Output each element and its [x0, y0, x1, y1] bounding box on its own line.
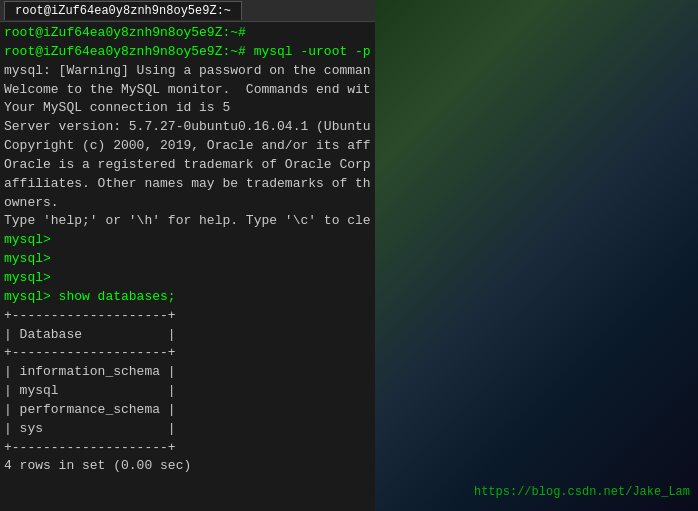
terminal-line: +--------------------+ — [4, 439, 371, 458]
terminal-line: Type 'help;' or '\h' for help. Type '\c'… — [4, 212, 371, 231]
watermark: https://blog.csdn.net/Jake_Lam — [474, 485, 690, 499]
terminal-line: mysql> — [4, 269, 371, 288]
terminal-line: | sys | — [4, 420, 371, 439]
terminal-line: Welcome to the MySQL monitor. Commands e… — [4, 81, 371, 100]
terminal-line: | mysql | — [4, 382, 371, 401]
terminal-line: 4 rows in set (0.00 sec) — [4, 457, 371, 476]
tab-bar: root@iZuf64ea0y8znh9n8oy5e9Z:~ — [0, 0, 375, 22]
terminal-line: mysql> — [4, 231, 371, 250]
terminal-line: | information_schema | — [4, 363, 371, 382]
terminal-tab[interactable]: root@iZuf64ea0y8znh9n8oy5e9Z:~ — [4, 1, 242, 20]
terminal-line: Server version: 5.7.27-0ubuntu0.16.04.1 … — [4, 118, 371, 137]
terminal-line: Copyright (c) 2000, 2019, Oracle and/or … — [4, 137, 371, 156]
terminal-content[interactable]: root@iZuf64ea0y8znh9n8oy5e9Z:~#root@iZuf… — [0, 22, 375, 478]
terminal-line: Your MySQL connection id is 5 — [4, 99, 371, 118]
terminal-line: mysql> show databases; — [4, 288, 371, 307]
terminal-line: mysql> — [4, 250, 371, 269]
terminal-line: owners. — [4, 194, 371, 213]
terminal-line: | Database | — [4, 326, 371, 345]
terminal-line: +--------------------+ — [4, 344, 371, 363]
right-panel: https://blog.csdn.net/Jake_Lam — [375, 0, 698, 511]
terminal-line: mysql: [Warning] Using a password on the… — [4, 62, 371, 81]
terminal-line: Oracle is a registered trademark of Orac… — [4, 156, 371, 175]
terminal-line: | performance_schema | — [4, 401, 371, 420]
terminal-line: root@iZuf64ea0y8znh9n8oy5e9Z:~# mysql -u… — [4, 43, 371, 62]
terminal-line: root@iZuf64ea0y8znh9n8oy5e9Z:~# — [4, 24, 371, 43]
terminal-line: +--------------------+ — [4, 307, 371, 326]
terminal-panel[interactable]: root@iZuf64ea0y8znh9n8oy5e9Z:~ root@iZuf… — [0, 0, 375, 511]
terminal-line: affiliates. Other names may be trademark… — [4, 175, 371, 194]
